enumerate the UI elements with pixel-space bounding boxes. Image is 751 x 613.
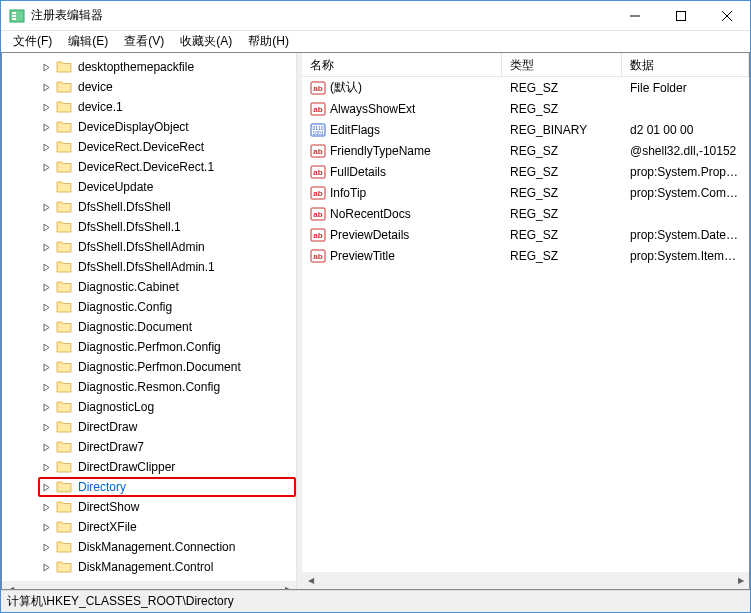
tree-item[interactable]: DeviceRect.DeviceRect xyxy=(2,137,296,157)
expand-icon[interactable] xyxy=(40,481,52,493)
scroll-track[interactable] xyxy=(319,572,732,589)
expand-icon[interactable] xyxy=(40,101,52,113)
list-row[interactable]: abAlwaysShowExtREG_SZ xyxy=(302,98,749,119)
value-data: d2 01 00 00 xyxy=(622,121,749,139)
tree-item[interactable]: device xyxy=(2,77,296,97)
value-name: NoRecentDocs xyxy=(330,207,411,221)
tree-item[interactable]: Directory xyxy=(38,477,296,497)
expand-icon[interactable] xyxy=(40,321,52,333)
expand-icon[interactable] xyxy=(40,441,52,453)
scroll-right-icon[interactable]: ▶ xyxy=(279,581,296,589)
value-name: EditFlags xyxy=(330,123,380,137)
expand-icon[interactable] xyxy=(40,381,52,393)
expand-icon[interactable] xyxy=(40,81,52,93)
list-row[interactable]: abFullDetailsREG_SZprop:System.PropGrou xyxy=(302,161,749,182)
list-hscroll[interactable]: ◀ ▶ xyxy=(302,572,749,589)
menu-file[interactable]: 文件(F) xyxy=(5,31,60,52)
svg-text:ab: ab xyxy=(313,210,322,219)
expand-icon[interactable] xyxy=(40,141,52,153)
expand-icon[interactable] xyxy=(40,501,52,513)
menu-view[interactable]: 查看(V) xyxy=(116,31,172,52)
tree-item[interactable]: device.1 xyxy=(2,97,296,117)
expand-icon[interactable] xyxy=(40,421,52,433)
tree-hscroll[interactable]: ◀ ▶ xyxy=(2,581,296,589)
scroll-left-icon[interactable]: ◀ xyxy=(2,581,19,589)
expand-icon[interactable] xyxy=(40,241,52,253)
expand-icon[interactable] xyxy=(40,261,52,273)
maximize-button[interactable] xyxy=(658,1,704,31)
registry-tree: desktopthemepackfiledevicedevice.1Device… xyxy=(2,53,296,581)
tree-item[interactable]: DiskManagement.Connection xyxy=(2,537,296,557)
tree-item[interactable]: DeviceUpdate xyxy=(2,177,296,197)
expand-icon[interactable] xyxy=(40,121,52,133)
list-pane[interactable]: 名称 类型 数据 ab(默认)REG_SZFile FolderabAlways… xyxy=(302,53,749,589)
col-header-name[interactable]: 名称 xyxy=(302,53,502,76)
tree-item[interactable]: DeviceRect.DeviceRect.1 xyxy=(2,157,296,177)
expand-icon[interactable] xyxy=(40,461,52,473)
menu-help[interactable]: 帮助(H) xyxy=(240,31,297,52)
string-value-icon: ab xyxy=(310,101,326,117)
scroll-track[interactable] xyxy=(19,581,279,589)
list-row[interactable]: ab(默认)REG_SZFile Folder xyxy=(302,77,749,98)
menu-favorites[interactable]: 收藏夹(A) xyxy=(172,31,240,52)
tree-item[interactable]: Diagnostic.Cabinet xyxy=(2,277,296,297)
expand-icon[interactable] xyxy=(40,61,52,73)
tree-item[interactable]: DirectDraw xyxy=(2,417,296,437)
tree-item[interactable]: Diagnostic.Config xyxy=(2,297,296,317)
tree-item[interactable]: DeviceDisplayObject xyxy=(2,117,296,137)
tree-item[interactable]: DiskManagement.Control xyxy=(2,557,296,577)
folder-icon xyxy=(56,459,72,475)
expand-icon[interactable] xyxy=(40,341,52,353)
list-row[interactable]: abPreviewTitleREG_SZprop:System.ItemNam xyxy=(302,245,749,266)
scroll-right-icon[interactable]: ▶ xyxy=(732,572,749,589)
tree-item[interactable]: desktopthemepackfile xyxy=(2,57,296,77)
expand-icon[interactable] xyxy=(40,561,52,573)
binary-value-icon: 01101001 xyxy=(310,122,326,138)
expand-icon[interactable] xyxy=(40,401,52,413)
scroll-left-icon[interactable]: ◀ xyxy=(302,572,319,589)
tree-item-label: DirectShow xyxy=(76,499,141,515)
col-header-type[interactable]: 类型 xyxy=(502,53,622,76)
svg-text:1001: 1001 xyxy=(312,130,323,136)
tree-item[interactable]: DfsShell.DfsShellAdmin.1 xyxy=(2,257,296,277)
expand-icon[interactable] xyxy=(40,281,52,293)
list-row[interactable]: abInfoTipREG_SZprop:System.Comment xyxy=(302,182,749,203)
close-button[interactable] xyxy=(704,1,750,31)
tree-item[interactable]: DfsShell.DfsShellAdmin xyxy=(2,237,296,257)
tree-item[interactable]: Diagnostic.Document xyxy=(2,317,296,337)
tree-item-label: Diagnostic.Perfmon.Document xyxy=(76,359,243,375)
expand-icon[interactable] xyxy=(40,361,52,373)
tree-item-label: DirectDrawClipper xyxy=(76,459,177,475)
tree-item[interactable]: Diagnostic.Perfmon.Document xyxy=(2,357,296,377)
expand-icon[interactable] xyxy=(40,161,52,173)
value-data: File Folder xyxy=(622,79,749,97)
expand-icon[interactable] xyxy=(40,201,52,213)
tree-item[interactable]: Diagnostic.Resmon.Config xyxy=(2,377,296,397)
list-row[interactable]: abNoRecentDocsREG_SZ xyxy=(302,203,749,224)
menu-edit[interactable]: 编辑(E) xyxy=(60,31,116,52)
expand-icon[interactable] xyxy=(40,521,52,533)
svg-text:ab: ab xyxy=(313,252,322,261)
value-data xyxy=(622,107,749,111)
list-row[interactable]: abFriendlyTypeNameREG_SZ@shell32.dll,-10… xyxy=(302,140,749,161)
folder-icon xyxy=(56,119,72,135)
tree-item[interactable]: DirectDrawClipper xyxy=(2,457,296,477)
folder-icon xyxy=(56,179,72,195)
tree-item-label: Diagnostic.Config xyxy=(76,299,174,315)
expand-icon[interactable] xyxy=(40,541,52,553)
tree-item[interactable]: DiagnosticLog xyxy=(2,397,296,417)
tree-pane[interactable]: desktopthemepackfiledevicedevice.1Device… xyxy=(2,53,297,589)
tree-item[interactable]: DfsShell.DfsShell.1 xyxy=(2,217,296,237)
svg-text:ab: ab xyxy=(313,105,322,114)
minimize-button[interactable] xyxy=(612,1,658,31)
list-row[interactable]: abPreviewDetailsREG_SZprop:System.DateMo… xyxy=(302,224,749,245)
list-row[interactable]: 01101001EditFlagsREG_BINARYd2 01 00 00 xyxy=(302,119,749,140)
expand-icon[interactable] xyxy=(40,301,52,313)
tree-item[interactable]: Diagnostic.Perfmon.Config xyxy=(2,337,296,357)
expand-icon[interactable] xyxy=(40,221,52,233)
col-header-data[interactable]: 数据 xyxy=(622,53,749,76)
tree-item[interactable]: DirectXFile xyxy=(2,517,296,537)
tree-item[interactable]: DfsShell.DfsShell xyxy=(2,197,296,217)
tree-item[interactable]: DirectShow xyxy=(2,497,296,517)
tree-item[interactable]: DirectDraw7 xyxy=(2,437,296,457)
